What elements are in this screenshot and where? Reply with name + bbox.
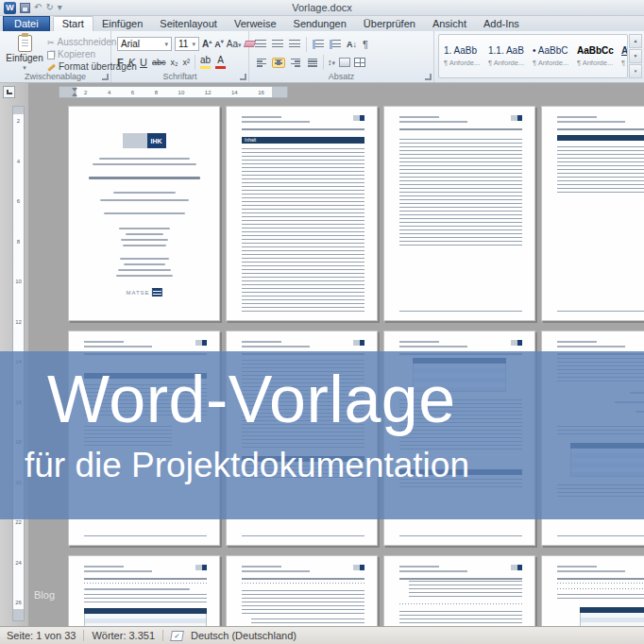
ihk-mini-logo [511,340,522,346]
text-block [84,594,207,603]
page-header [399,565,522,581]
page-footer [399,535,522,536]
page-thumbnail-11[interactable] [383,555,535,626]
shrink-font-button[interactable]: A▾ [214,40,224,49]
tab-seitenlayout[interactable]: Seitenlayout [151,17,226,31]
page-thumbnail-3[interactable] [383,106,535,321]
language-status[interactable]: Deutsch (Deutschland) [191,630,297,641]
text-block [409,581,522,598]
ruler-numbers: 246810121416 [76,87,272,97]
ribbon-tab-bar: Datei Start Einfügen Seitenlayout Verwei… [0,16,644,31]
text-block [251,619,364,626]
tab-stop-selector[interactable] [3,86,15,98]
increase-indent-icon[interactable] [330,40,341,49]
style-chip-4[interactable]: AaBbCc ¶ Anforde... [577,45,613,67]
dotted-line [399,603,522,604]
grow-font-button[interactable]: A▴ [202,39,212,49]
text-line [100,199,189,201]
text-line [118,269,171,271]
text-line [120,258,169,260]
paragraph-dialog-launcher[interactable] [425,74,432,80]
highlight-color-button[interactable]: ab [200,56,211,69]
ribbon: Einfügen ▾ ✂ Ausschneiden Kopieren Forma… [0,31,644,83]
gallery-scroll-down[interactable]: ▼ [629,49,642,63]
page-thumbnail-1[interactable]: IHK MATSE [68,106,220,321]
style-chip-5[interactable]: AaE ¶ E... [621,45,628,67]
tab-ansicht[interactable]: Ansicht [424,17,475,31]
line-spacing-button[interactable]: ↕▾ [328,58,335,67]
decrease-indent-icon[interactable] [313,40,324,49]
style-chip-1[interactable]: 1. AaBb ¶ Anforde... [444,45,480,67]
tab-start[interactable]: Start [53,16,93,31]
style-chip-3[interactable]: • AaBbC ¶ Anforde... [533,45,568,67]
align-right-button[interactable] [289,58,302,68]
tab-datei[interactable]: Datei [3,16,50,31]
strikethrough-button[interactable]: abc [152,58,166,67]
borders-button[interactable] [354,58,365,67]
copy-icon [47,51,55,59]
ihk-mini-logo [195,340,207,346]
paste-label: Einfügen [6,53,42,64]
tab-sendungen[interactable]: Sendungen [285,17,355,31]
cut-button[interactable]: ✂ Ausschneiden [47,38,116,47]
page-thumbnail-9[interactable] [68,555,220,626]
paste-button[interactable]: Einfügen ▾ [5,35,44,72]
copy-button[interactable]: Kopieren [47,50,95,59]
align-left-button[interactable] [255,58,268,68]
gallery-scroll-up[interactable]: ▲ [629,34,642,48]
tab-addins[interactable]: Add-Ins [475,17,528,31]
banner-subtitle: für die Projektdokumentation [25,446,644,485]
text-line [126,233,163,235]
clipboard-dialog-launcher[interactable] [102,74,109,80]
tab-ueberpruefen[interactable]: Überprüfen [355,17,424,31]
bullets-icon[interactable] [255,40,266,49]
sort-icon[interactable]: A↓ [347,40,357,49]
page-thumbnail-10[interactable] [226,555,378,626]
show-paragraph-marks-icon[interactable]: ¶ [363,39,368,50]
toc-lines [242,148,364,309]
word-count-status[interactable]: Wörter: 3.351 [92,630,155,641]
superscript-button[interactable]: x² [183,58,191,67]
gallery-expand[interactable]: ▾ [629,64,642,78]
text-line [119,228,170,229]
cut-label: Ausschneiden [58,38,117,47]
bold-button[interactable]: F [117,57,124,68]
text-block [557,146,644,194]
matse-logo: MATSE [126,288,161,297]
underline-button[interactable]: U [140,57,147,68]
font-family-select[interactable]: Arial ▾ [117,37,172,51]
page-header [399,115,522,131]
page-thumbnail-2[interactable]: Inhalt [226,106,378,321]
justify-button[interactable] [306,58,319,68]
group-clipboard: Einfügen ▾ ✂ Ausschneiden Kopieren Forma… [0,31,111,82]
italic-button[interactable]: K [128,57,135,68]
style-chip-2[interactable]: 1.1. AaB ¶ Anforde... [488,45,524,67]
numbering-icon[interactable] [272,40,283,49]
align-center-button[interactable] [272,58,285,68]
group-styles: 1. AaBb ¶ Anforde... 1.1. AaB ¶ Anforde.… [434,31,644,82]
dotted-line [557,588,644,589]
title-bar: W ↶ ↻ ▾ Vorlage.docx [0,0,644,16]
page-footer [242,311,364,312]
font-size-select[interactable]: 11 ▾ [175,37,199,51]
page-thumbnail-12[interactable] [541,555,644,626]
ihk-mini-logo [353,115,364,121]
dotted-line [84,583,207,584]
proofing-icon[interactable]: ✓ [170,631,184,641]
font-dialog-launcher[interactable] [240,74,246,80]
tab-einfuegen[interactable]: Einfügen [93,17,151,31]
ihk-mini-logo [511,565,522,570]
ihk-mini-logo [353,340,364,346]
multilevel-list-icon[interactable] [289,40,300,49]
text-line [121,239,168,241]
subscript-button[interactable]: x₂ [171,58,178,67]
ihk-logo: IHK [123,133,166,148]
shading-button[interactable] [339,58,350,67]
tab-verweise[interactable]: Verweise [226,17,285,31]
ihk-mini-logo [195,565,207,570]
font-color-button[interactable]: A [215,56,226,69]
page-thumbnail-4[interactable] [541,106,644,321]
change-case-button[interactable]: Aa▾ [227,39,242,49]
page-header [242,565,364,581]
page-count-status[interactable]: Seite: 1 von 33 [7,630,76,641]
